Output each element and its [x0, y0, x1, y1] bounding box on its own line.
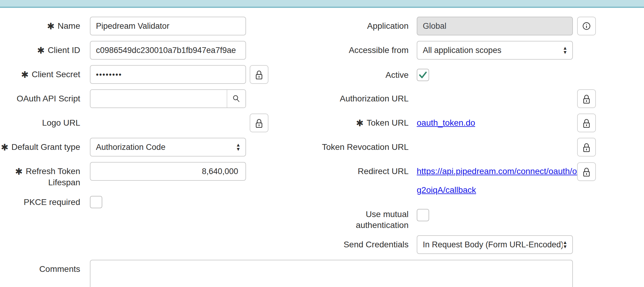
select-arrows-icon: ▲▼: [563, 46, 567, 54]
oauth-api-script-input[interactable]: [90, 90, 227, 107]
mandatory-icon: ✱: [356, 118, 363, 128]
accessible-from-label: Accessible from: [312, 41, 409, 60]
send-credentials-select[interactable]: In Request Body (Form URL-Encoded) ▲▼: [417, 235, 573, 254]
lock-icon: [581, 93, 592, 104]
active-checkbox[interactable]: [417, 69, 429, 81]
pkce-required-label: PKCE required: [0, 196, 80, 208]
pkce-required-checkbox[interactable]: [90, 196, 102, 208]
authorization-url-label: Authorization URL: [312, 89, 409, 108]
select-arrows-icon: ▲▼: [563, 240, 567, 249]
refresh-token-lifespan-label: ✱Refresh Token Lifespan: [0, 166, 80, 188]
logo-url-label: Logo URL: [0, 114, 80, 132]
name-input[interactable]: [90, 17, 246, 35]
default-grant-type-label: ✱Default Grant type: [0, 138, 80, 157]
lock-icon: [581, 117, 592, 129]
mandatory-icon: ✱: [47, 21, 54, 31]
redirect-url-lock-button[interactable]: [577, 162, 596, 181]
use-mutual-authentication-label: Use mutual authentication: [312, 209, 409, 231]
application-label: Application: [312, 17, 409, 35]
active-label: Active: [312, 69, 409, 81]
checkmark-icon: [417, 69, 429, 81]
select-arrows-icon: ▲▼: [236, 143, 241, 151]
redirect-url-label: Redirect URL: [312, 162, 409, 181]
mandatory-icon: ✱: [1, 142, 8, 152]
token-url-label: ✱Token URL: [312, 114, 409, 132]
comments-textarea[interactable]: [90, 260, 573, 287]
reference-lookup-button[interactable]: [227, 90, 245, 107]
oauth-api-script-field: [90, 89, 246, 108]
lock-icon: [581, 166, 592, 177]
lock-icon: [253, 69, 265, 80]
application-info-button[interactable]: [577, 17, 596, 35]
token-url-link[interactable]: oauth_token.do: [417, 114, 574, 132]
redirect-url-link[interactable]: https://api.pipedream.com/connect/oauth/…: [417, 162, 574, 200]
client-secret-input[interactable]: [90, 65, 246, 84]
lock-icon: [581, 141, 592, 153]
name-label: ✱Name: [0, 17, 80, 35]
default-grant-type-select[interactable]: Authorization Code ▲▼: [90, 138, 246, 157]
mandatory-icon: ✱: [37, 45, 44, 55]
oauth-api-script-label: OAuth API Script: [0, 89, 80, 108]
client-secret-label: ✱Client Secret: [0, 65, 80, 84]
token-revocation-url-lock-button[interactable]: [577, 138, 596, 157]
refresh-token-lifespan-input[interactable]: [90, 162, 246, 181]
token-revocation-url-label: Token Revocation URL: [312, 138, 409, 157]
mandatory-icon: ✱: [15, 167, 23, 176]
form-header-strip: [0, 0, 644, 8]
mandatory-icon: ✱: [21, 70, 29, 80]
application-field[interactable]: [417, 17, 573, 35]
accessible-from-select[interactable]: All application scopes ▲▼: [417, 41, 573, 60]
logo-url-lock-button[interactable]: [250, 114, 268, 132]
token-url-lock-button[interactable]: [577, 114, 596, 132]
client-id-input[interactable]: [90, 41, 246, 60]
info-icon: [580, 20, 593, 32]
lock-icon: [253, 117, 265, 129]
use-mutual-authentication-checkbox[interactable]: [417, 209, 429, 221]
client-id-label: ✱Client ID: [0, 41, 80, 60]
search-icon: [231, 93, 242, 104]
authorization-url-lock-button[interactable]: [577, 89, 596, 108]
send-credentials-label: Send Credentials: [312, 235, 409, 254]
comments-label: Comments: [0, 260, 80, 279]
client-secret-lock-button[interactable]: [250, 65, 268, 84]
